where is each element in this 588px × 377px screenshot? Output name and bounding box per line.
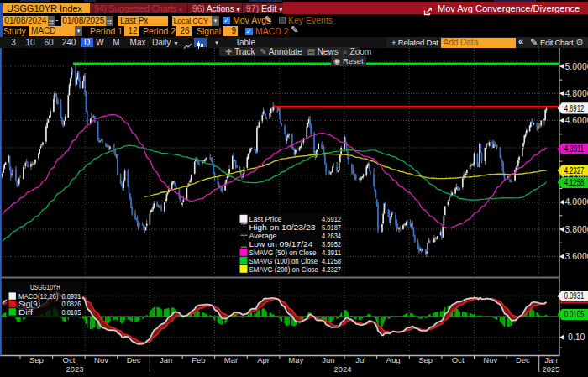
svg-text:May: May	[288, 355, 303, 364]
svg-text:4.3911: 4.3911	[564, 144, 585, 154]
svg-text:0.0105: 0.0105	[564, 310, 585, 319]
svg-text:4.6912: 4.6912	[564, 104, 585, 113]
svg-text:Sep: Sep	[29, 355, 44, 364]
svg-text:Aug: Aug	[386, 355, 401, 364]
svg-text:SMAVG (200) on Close: SMAVG (200) on Close	[249, 264, 319, 274]
svg-text:Jan: Jan	[160, 355, 172, 364]
svg-text:4.2327: 4.2327	[564, 166, 585, 175]
svg-text:2024: 2024	[333, 364, 351, 374]
svg-text:0.0931: 0.0931	[564, 291, 585, 301]
svg-text:-0.10: -0.10	[565, 332, 585, 342]
svg-text:2023: 2023	[66, 364, 83, 374]
svg-text:3.8000: 3.8000	[565, 224, 588, 234]
svg-text:4.8000: 4.8000	[565, 88, 588, 98]
svg-text:Mar: Mar	[224, 355, 238, 364]
svg-text:Sep: Sep	[418, 355, 433, 364]
svg-text:3.6000: 3.6000	[565, 251, 588, 261]
svg-text:4.1258: 4.1258	[564, 178, 585, 187]
svg-text:Feb: Feb	[192, 355, 205, 364]
svg-text:4.6000: 4.6000	[565, 115, 588, 125]
svg-text:Diff: Diff	[18, 307, 33, 317]
svg-text:0.0105: 0.0105	[61, 307, 81, 317]
svg-text:Oct: Oct	[452, 355, 465, 364]
svg-text:Jul: Jul	[355, 355, 365, 364]
svg-text:Dec: Dec	[127, 355, 141, 364]
svg-text:Nov: Nov	[94, 355, 108, 364]
svg-text:Nov: Nov	[483, 355, 497, 364]
svg-text:Oct: Oct	[63, 355, 76, 364]
svg-text:4.0000: 4.0000	[565, 196, 588, 207]
svg-text:2025: 2025	[542, 364, 559, 374]
svg-text:Apr: Apr	[257, 355, 270, 364]
svg-text:Jan: Jan	[544, 355, 557, 364]
svg-text:Jun: Jun	[322, 355, 334, 364]
svg-text:5.0000: 5.0000	[565, 61, 588, 71]
svg-text:Dec: Dec	[516, 355, 530, 364]
svg-text:4.2327: 4.2327	[322, 264, 341, 274]
svg-text:USGG10YR: USGG10YR	[30, 282, 60, 291]
